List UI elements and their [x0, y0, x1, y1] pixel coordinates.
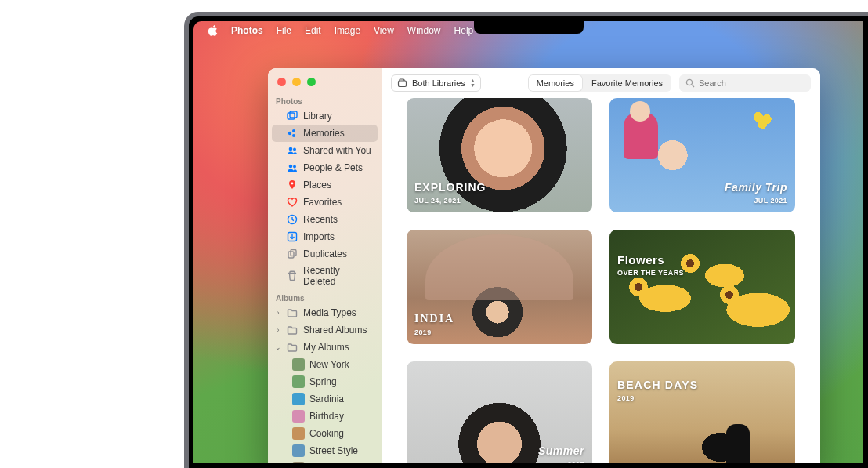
memory-subtitle: JUL 2021 — [754, 197, 787, 205]
pin-icon — [286, 179, 298, 191]
dup-icon — [286, 248, 298, 260]
album-thumbnail — [292, 410, 305, 423]
svg-point-5 — [289, 147, 293, 151]
down-icon — [286, 230, 298, 243]
memory-card[interactable]: INDIA2019 — [407, 230, 592, 344]
zoom-button[interactable] — [307, 78, 316, 86]
clock-icon — [286, 213, 298, 226]
sidebar-group-label: Albums — [268, 289, 382, 304]
menubar-app-name[interactable]: Photos — [231, 25, 263, 36]
sidebar-item-sardinia[interactable]: Sardinia — [272, 390, 378, 408]
disclosure-chevron-icon[interactable]: › — [275, 309, 281, 317]
sidebar-item-label: Recents — [303, 214, 338, 225]
traffic-lights — [268, 68, 382, 93]
menubar-item[interactable]: Help — [454, 25, 474, 36]
sidebar-item-label: Media Types — [303, 307, 356, 318]
sidebar-item-label: Imports — [303, 231, 335, 242]
svg-point-3 — [292, 129, 295, 132]
svg-point-7 — [289, 165, 293, 169]
sidebar-item-spring[interactable]: Spring — [272, 373, 378, 390]
segment-favorite-memories[interactable]: Favorite Memories — [583, 74, 671, 92]
main-pane: Both Libraries ▲▼ Memories Favorite Memo… — [382, 68, 820, 463]
sidebar-item-memories[interactable]: Memories — [272, 125, 378, 142]
svg-rect-1 — [290, 111, 297, 118]
sidebar-item-new-york[interactable]: New York — [272, 356, 378, 373]
memory-subtitle: JUL 24, 2021 — [414, 197, 461, 205]
sidebar-item-label: Cooking — [309, 428, 344, 439]
sidebar-item-label: New York — [309, 359, 349, 370]
sidebar-item-shared-albums[interactable]: ›Shared Albums — [272, 321, 378, 339]
sidebar-item-label: Sardinia — [309, 394, 344, 405]
search-input[interactable] — [699, 78, 801, 88]
sidebar-item-architecture[interactable]: Architecture — [272, 459, 378, 463]
disclosure-chevron-icon[interactable]: ⌄ — [275, 343, 281, 351]
rects-icon — [286, 110, 298, 122]
segment-memories[interactable]: Memories — [528, 74, 583, 92]
sidebar-item-label: Favorites — [303, 197, 342, 208]
toolbar: Both Libraries ▲▼ Memories Favorite Memo… — [382, 68, 820, 98]
memories-grid: EXPLORINGJUL 24, 2021Family TripJUL 2021… — [382, 98, 820, 463]
search-icon — [685, 78, 695, 88]
sidebar-item-birthday[interactable]: Birthday — [272, 408, 378, 425]
menubar-item[interactable]: Edit — [305, 25, 321, 36]
laptop-bezel: Photos File Edit Image View Window Help … — [184, 12, 868, 468]
memory-card[interactable]: BEACH DAYS2019 — [609, 361, 795, 463]
library-selector-label: Both Libraries — [412, 78, 465, 88]
sidebar-item-label: Birthday — [309, 411, 344, 422]
folder-icon — [286, 341, 298, 354]
disclosure-chevron-icon[interactable]: › — [275, 326, 281, 334]
sidebar-item-label: Architecture — [309, 463, 360, 463]
menubar-item[interactable]: Window — [407, 25, 441, 36]
svg-point-2 — [288, 132, 291, 135]
close-button[interactable] — [277, 78, 286, 86]
minimize-button[interactable] — [292, 78, 301, 86]
memory-title: Family Trip — [725, 181, 787, 194]
sidebar-item-people-pets[interactable]: People & Pets — [272, 159, 378, 176]
svg-point-8 — [293, 165, 296, 169]
sidebar-item-imports[interactable]: Imports — [272, 228, 378, 245]
sidebar-item-duplicates[interactable]: Duplicates — [272, 245, 378, 263]
sidebar-item-recents[interactable]: Recents — [272, 211, 378, 228]
trash-icon — [286, 270, 298, 282]
star3-icon — [286, 127, 298, 140]
library-icon — [396, 78, 407, 89]
sidebar-item-library[interactable]: Library — [272, 107, 378, 125]
sidebar-item-favorites[interactable]: Favorites — [272, 194, 378, 211]
album-thumbnail — [292, 427, 305, 440]
memory-card[interactable]: EXPLORINGJUL 24, 2021 — [407, 98, 592, 212]
sidebar-item-label: Street Style — [309, 445, 358, 456]
sidebar-item-my-albums[interactable]: ⌄My Albums — [272, 339, 378, 356]
svg-point-4 — [292, 134, 295, 137]
view-segmented-control: Memories Favorite Memories — [528, 74, 671, 92]
memory-card[interactable]: Family TripJUL 2021 — [609, 98, 795, 212]
memory-subtitle: 2019 — [414, 328, 432, 336]
sidebar-item-label: Spring — [309, 376, 337, 387]
memory-card[interactable]: FlowersOVER THE YEARS — [609, 230, 795, 344]
sidebar-item-cooking[interactable]: Cooking — [272, 425, 378, 442]
sidebar-item-label: Library — [303, 111, 332, 122]
search-field[interactable] — [679, 74, 811, 92]
sidebar-item-label: Places — [303, 180, 331, 190]
album-thumbnail — [292, 393, 305, 405]
svg-point-9 — [291, 183, 294, 185]
folder-icon — [286, 307, 298, 319]
sidebar: PhotosLibraryMemoriesShared with YouPeop… — [268, 68, 382, 463]
menubar-item[interactable]: File — [277, 25, 291, 36]
heart-icon — [286, 196, 298, 209]
apple-menu-icon[interactable] — [208, 25, 218, 36]
sidebar-item-shared-with-you[interactable]: Shared with You — [272, 142, 378, 159]
svg-rect-14 — [399, 81, 407, 87]
svg-rect-0 — [288, 113, 295, 119]
menubar-item[interactable]: Image — [335, 25, 360, 36]
library-selector[interactable]: Both Libraries ▲▼ — [391, 74, 481, 92]
sidebar-item-recently-deleted[interactable]: Recently Deleted — [272, 263, 378, 289]
folder-icon — [286, 324, 298, 336]
people-icon — [286, 161, 298, 174]
menubar-item[interactable]: View — [374, 25, 394, 36]
memory-title: INDIA — [414, 313, 454, 325]
sidebar-item-media-types[interactable]: ›Media Types — [272, 304, 378, 321]
memory-title: EXPLORING — [414, 181, 486, 194]
memory-card[interactable]: Summer2017 — [407, 361, 592, 463]
sidebar-item-places[interactable]: Places — [272, 176, 378, 194]
sidebar-item-street-style[interactable]: Street Style — [272, 442, 378, 459]
